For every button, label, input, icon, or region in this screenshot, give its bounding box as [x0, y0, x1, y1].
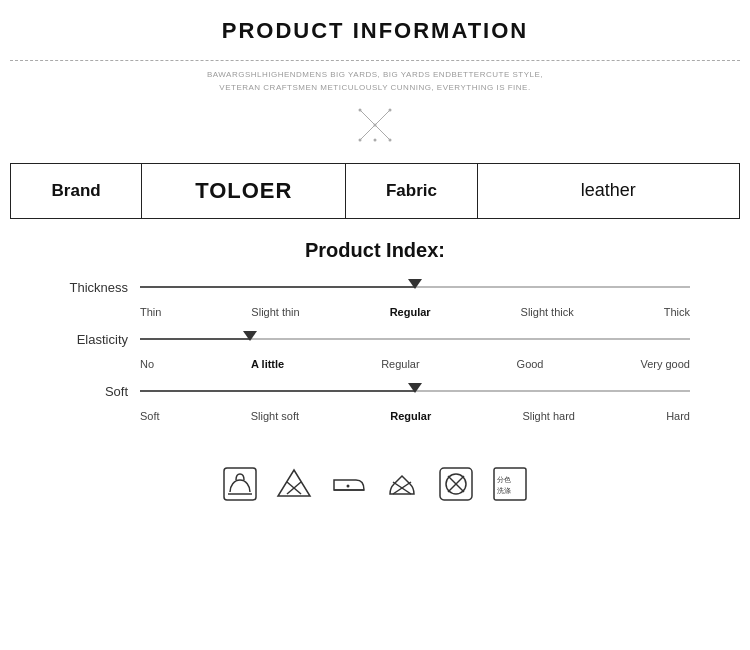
soft-labels: Soft Slight soft Regular Slight hard Har… [140, 410, 690, 422]
elasticity-marker [243, 331, 257, 341]
thickness-opt-0: Thin [140, 306, 161, 318]
cross-decoration-icon [355, 105, 395, 145]
elasticity-track [140, 338, 690, 340]
svg-point-2 [359, 108, 362, 111]
soft-opt-3: Slight hard [522, 410, 575, 422]
brand-value-cell: TOLOER [142, 163, 346, 218]
thickness-slider-row: Thickness [60, 280, 690, 295]
thickness-section: Thickness Thin Slight thin Regular Sligh… [60, 280, 690, 318]
elasticity-opt-1: A little [251, 358, 284, 370]
thickness-opt-3: Slight thick [521, 306, 574, 318]
elasticity-opt-2: Regular [381, 358, 420, 370]
thickness-fill [140, 286, 415, 288]
info-table: Brand TOLOER Fabric leather [10, 163, 740, 219]
soft-opt-4: Hard [666, 410, 690, 422]
no-tumble-dry-icon [438, 466, 474, 502]
svg-point-7 [374, 138, 377, 141]
soft-opt-0: Soft [140, 410, 160, 422]
no-bleach-icon [276, 466, 312, 502]
page-header: PRODUCT INFORMATION [0, 0, 750, 54]
fabric-label-cell: Fabric [346, 163, 477, 218]
thickness-label: Thickness [60, 280, 140, 295]
svg-text:洗涤: 洗涤 [497, 487, 511, 494]
soft-slider-row: Soft [60, 384, 690, 399]
svg-rect-21 [494, 468, 526, 500]
soft-label: Soft [60, 384, 140, 399]
thickness-opt-1: Slight thin [251, 306, 299, 318]
elasticity-opt-3: Good [517, 358, 544, 370]
decorative-cross-area [0, 95, 750, 163]
svg-point-5 [389, 138, 392, 141]
elasticity-slider-row: Elasticity [60, 332, 690, 347]
thickness-opt-4: Thick [664, 306, 690, 318]
svg-point-4 [359, 138, 362, 141]
elasticity-track-wrap [140, 338, 690, 340]
svg-marker-10 [278, 470, 310, 496]
thickness-opt-2: Regular [390, 306, 431, 318]
svg-point-3 [389, 108, 392, 111]
iron-low-icon [330, 466, 366, 502]
svg-point-6 [374, 123, 377, 126]
soft-track [140, 390, 690, 392]
care-icons-area: 分色 洗涤 [0, 446, 750, 522]
product-index-section: Product Index: Thickness Thin Slight thi… [0, 219, 750, 446]
subtitle-line2: VETERAN CRAFTSMEN METICULOUSLY CUNNING, … [150, 82, 600, 95]
soft-fill [140, 390, 415, 392]
fabric-value-cell: leather [477, 163, 739, 218]
soft-section: Soft Soft Slight soft Regular Slight har… [60, 384, 690, 422]
thickness-track-wrap [140, 286, 690, 288]
elasticity-opt-4: Very good [640, 358, 690, 370]
elasticity-opt-0: No [140, 358, 154, 370]
color-sort-icon: 分色 洗涤 [492, 466, 528, 502]
soft-opt-1: Slight soft [251, 410, 299, 422]
elasticity-label: Elasticity [60, 332, 140, 347]
page-title: PRODUCT INFORMATION [0, 18, 750, 44]
elasticity-fill [140, 338, 250, 340]
svg-point-14 [347, 484, 350, 487]
thickness-labels: Thin Slight thin Regular Slight thick Th… [140, 306, 690, 318]
svg-text:分色: 分色 [497, 476, 511, 483]
elasticity-labels: No A little Regular Good Very good [140, 358, 690, 370]
brand-label-cell: Brand [11, 163, 142, 218]
product-index-title: Product Index: [60, 239, 690, 262]
elasticity-section: Elasticity No A little Regular Good Very… [60, 332, 690, 370]
hand-wash-icon [222, 466, 258, 502]
soft-track-wrap [140, 390, 690, 392]
svg-rect-8 [224, 468, 256, 500]
no-wash-icon [384, 466, 420, 502]
soft-opt-2: Regular [390, 410, 431, 422]
thickness-track [140, 286, 690, 288]
thickness-marker [408, 279, 422, 289]
soft-marker [408, 383, 422, 393]
subtitle-line1: BAWARGSHLHIGHENDMENS BIG YARDS, BIG YARD… [150, 69, 600, 82]
subtitle-area: BAWARGSHLHIGHENDMENS BIG YARDS, BIG YARD… [0, 61, 750, 95]
